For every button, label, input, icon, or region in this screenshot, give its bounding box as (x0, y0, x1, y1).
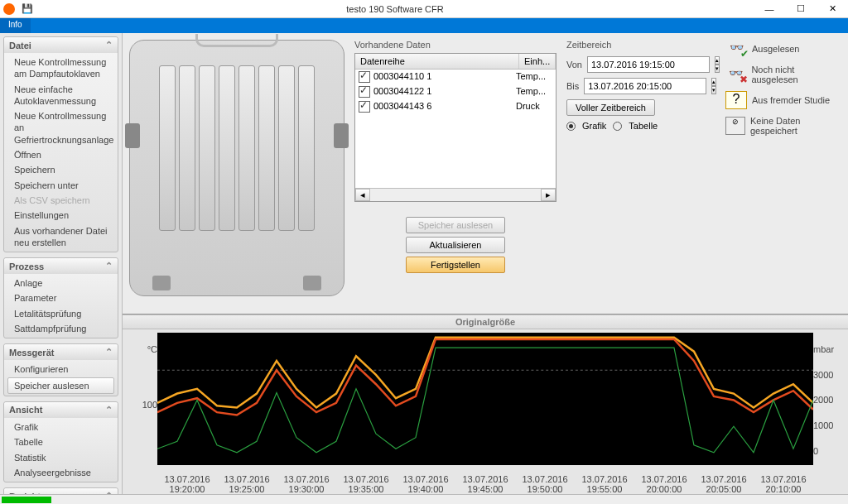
from-spinner[interactable]: ▴▾ (715, 56, 720, 73)
to-datetime-input[interactable] (584, 78, 706, 94)
scroll-left-icon[interactable]: ◂ (355, 189, 370, 201)
status-bar (0, 494, 848, 504)
from-datetime-input[interactable] (587, 56, 710, 73)
sidebar-item[interactable]: Neue einfache Autoklavenmessung (4, 82, 118, 109)
x-tick: 13.07.201619:30:00 (283, 474, 329, 494)
save-icon[interactable]: 💾 (22, 3, 33, 15)
sidebar: Datei ⌃ Neue Kontrollmessung am Dampfaut… (0, 33, 123, 494)
x-tick: 13.07.201619:25:00 (224, 474, 269, 494)
horizontal-scrollbar[interactable]: ◂ ▸ (355, 188, 556, 201)
chevron-up-icon: ⌃ (105, 347, 113, 358)
cell: Temp... (516, 86, 552, 98)
window-title: testo 190 Software CFR (36, 4, 754, 14)
to-label: Bis (566, 81, 579, 91)
panel-title: Datei (9, 41, 31, 50)
x-tick: 13.07.201619:20:00 (164, 474, 210, 494)
sidebar-item[interactable]: Anlage (4, 276, 118, 290)
radio-grafik[interactable] (566, 122, 576, 131)
to-spinner[interactable]: ▴▾ (711, 78, 716, 94)
legend-text: Ausgelesen (752, 44, 800, 54)
chevron-up-icon: ⌃ (105, 40, 113, 50)
table-row[interactable]: 0003044143 6 Druck (355, 99, 556, 114)
checkbox-icon[interactable] (359, 71, 370, 83)
sidebar-item[interactable]: Grafik (4, 420, 118, 434)
x-tick: 13.07.201619:55:00 (581, 474, 627, 494)
close-button[interactable]: ✕ (817, 0, 848, 18)
line-chart[interactable] (157, 333, 813, 465)
sidebar-item-speicher-auslesen[interactable]: Speicher auslesen (7, 377, 114, 394)
sidebar-item[interactable]: Analyseergebnisse (4, 465, 118, 480)
axis-tick: 1000 (813, 420, 833, 430)
radio-tabelle[interactable] (613, 122, 622, 131)
axis-tick: 2000 (813, 395, 833, 405)
panel-title: Prozess (9, 262, 44, 271)
sidebar-item[interactable]: Neue Kontrollmessung an Gefriertrocknung… (4, 108, 118, 147)
sidebar-item[interactable]: Letalitätsprüfung (4, 306, 118, 321)
sidebar-item[interactable]: Konfigurieren (4, 362, 118, 377)
x-tick: 13.07.201619:45:00 (462, 474, 508, 494)
read-memory-button: Speicher auslesen (406, 217, 505, 233)
panel-title: Messgerät (9, 348, 54, 358)
sidebar-item[interactable]: Speichern (4, 162, 118, 177)
refresh-button[interactable]: Aktualisieren (406, 237, 505, 253)
tab-info[interactable]: Info (0, 18, 31, 33)
panel-header-datei[interactable]: Datei ⌃ (4, 37, 118, 53)
panel-bericht: Bericht ⌃ Inhalt Parameter anpassen Satt… (3, 487, 118, 494)
cell: 0003044122 1 (373, 86, 516, 98)
axis-tick: 3000 (813, 370, 833, 380)
sidebar-item[interactable]: Öffnen (4, 147, 118, 162)
panel-ansicht: Ansicht ⌃ Grafik Tabelle Statistik Analy… (3, 401, 118, 482)
glasses-cross-icon: 👓✖ (725, 65, 746, 84)
maximize-button[interactable]: ☐ (785, 0, 817, 18)
sidebar-item[interactable]: Parameter (4, 290, 118, 305)
sidebar-item[interactable]: Sattdampfprüfung (4, 321, 118, 336)
chevron-up-icon: ⌃ (105, 261, 113, 271)
panel-header-ansicht[interactable]: Ansicht ⌃ (4, 402, 118, 418)
sidebar-item[interactable]: Statistik (4, 450, 118, 465)
x-tick: 13.07.201619:50:00 (522, 474, 567, 494)
sidebar-item[interactable]: Neue Kontrollmessung am Dampfautoklaven (4, 55, 118, 82)
minimize-button[interactable]: — (754, 0, 785, 18)
panel-messgeraet: Messgerät ⌃ Konfigurieren Speicher ausle… (3, 343, 118, 396)
cell: Temp... (516, 71, 552, 83)
column-header-einheit[interactable]: Einh... (519, 54, 556, 69)
x-tick: 13.07.201620:00:00 (641, 474, 687, 494)
radio-tabelle-label: Tabelle (629, 121, 658, 131)
axis-tick: 100 (142, 400, 157, 410)
column-header-datenreihe[interactable]: Datenreihe (355, 54, 519, 69)
full-range-button[interactable]: Voller Zeitbereich (566, 99, 655, 116)
cell: Druck (516, 101, 552, 113)
radio-grafik-label: Grafik (582, 121, 606, 131)
table-row[interactable]: 0003044122 1 Temp... (355, 84, 556, 99)
available-data-header: Vorhandene Daten (354, 40, 556, 50)
axis-unit: mbar (813, 344, 834, 354)
sidebar-item[interactable]: Speichern unter (4, 178, 118, 193)
glasses-check-icon: 👓✔ (725, 40, 747, 58)
no-data-icon: ⊘ (725, 117, 745, 135)
panel-title: Bericht (9, 492, 41, 494)
sidebar-item[interactable]: Aus vorhandener Datei neu erstellen (4, 223, 118, 251)
from-label: Von (566, 60, 582, 70)
panel-header-prozess[interactable]: Prozess ⌃ (4, 258, 118, 274)
panel-header-messgeraet[interactable]: Messgerät ⌃ (4, 344, 118, 360)
chart-title: Originalgröße (123, 314, 848, 329)
x-tick: 13.07.201619:40:00 (402, 474, 448, 494)
progress-bar (2, 497, 51, 503)
data-series-table: Datenreihe Einh... 0003044110 1 Temp... … (354, 53, 556, 202)
panel-header-bericht[interactable]: Bericht ⌃ (4, 488, 118, 494)
legend-text: Aus fremder Studie (752, 95, 830, 105)
sidebar-item[interactable]: Einstellungen (4, 208, 118, 223)
table-row[interactable]: 0003044110 1 Temp... (355, 70, 556, 84)
checkbox-icon[interactable] (359, 86, 370, 98)
cell: 0003044143 6 (373, 101, 516, 113)
chevron-up-icon: ⌃ (105, 491, 113, 494)
scroll-right-icon[interactable]: ▸ (541, 189, 556, 201)
device-case-image (129, 40, 344, 296)
checkbox-icon[interactable] (359, 101, 370, 113)
x-tick: 13.07.201619:35:00 (343, 474, 388, 494)
finish-button[interactable]: Fertigstellen (406, 257, 505, 273)
sidebar-item[interactable]: Tabelle (4, 434, 118, 449)
app-logo-icon (3, 3, 15, 15)
panel-datei: Datei ⌃ Neue Kontrollmessung am Dampfaut… (3, 36, 118, 252)
x-axis: 13.07.201619:20:0013.07.201619:25:0013.0… (123, 473, 848, 494)
